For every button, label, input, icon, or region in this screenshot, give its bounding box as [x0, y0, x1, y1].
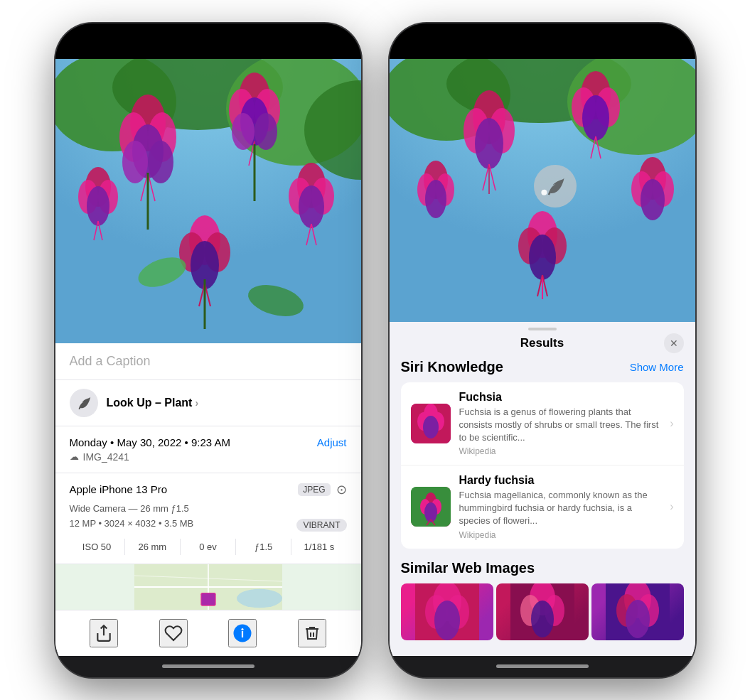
- results-title: Results: [520, 336, 564, 350]
- camera-detail1: Wide Camera — 26 mm ƒ1.5: [70, 503, 347, 514]
- status-bar: [55, 23, 361, 59]
- share-button[interactable]: [90, 619, 118, 647]
- info-button[interactable]: i: [228, 619, 257, 647]
- svg-point-51: [237, 588, 282, 608]
- exif-iso: ISO 50: [70, 539, 125, 555]
- siri-section-header: Siri Knowledge Show More: [401, 359, 684, 375]
- show-more-button[interactable]: Show More: [630, 361, 684, 373]
- svg-point-18: [232, 113, 255, 150]
- lookup-icon: [70, 389, 98, 417]
- trash-button[interactable]: [298, 619, 326, 647]
- hardy-desc: Fuchsia magellanica, commonly known as t…: [459, 489, 665, 528]
- home-indicator: [162, 664, 255, 668]
- map-view[interactable]: [55, 564, 361, 610]
- camera-model: Apple iPhone 13 Pro: [70, 483, 168, 495]
- caption-field[interactable]: Add a Caption: [55, 343, 361, 380]
- svg-point-19: [255, 113, 277, 150]
- lookup-text: Look Up – Plant›: [107, 397, 199, 409]
- photo-filename: ☁ IMG_4241: [70, 451, 347, 463]
- jpeg-badge: JPEG: [298, 483, 330, 496]
- svg-point-85: [529, 235, 556, 280]
- fuchsia-source: Wikipedia: [459, 446, 665, 456]
- right-bottom-bar: [390, 656, 695, 677]
- exif-row: ISO 50 26 mm 0 ev ƒ1.5 1/181 s: [70, 539, 347, 555]
- similar-section: Similar Web Images: [401, 560, 684, 640]
- heart-button[interactable]: [159, 619, 188, 647]
- knowledge-card: Fuchsia Fuchsia is a genus of flowering …: [401, 382, 684, 549]
- similar-images-row: [401, 583, 684, 640]
- svg-point-10: [148, 141, 173, 183]
- bottom-toolbar: i: [55, 610, 361, 656]
- photo-date: Monday • May 30, 2022 • 9:23 AM: [70, 436, 230, 448]
- drag-handle[interactable]: [528, 328, 557, 330]
- exif-ev: 0 ev: [181, 539, 236, 555]
- svg-point-71: [582, 95, 609, 141]
- photo-view[interactable]: [55, 59, 361, 343]
- svg-point-56: [242, 628, 244, 630]
- svg-point-105: [434, 601, 460, 640]
- results-scroll[interactable]: Siri Knowledge Show More: [390, 359, 695, 656]
- hardy-thumbnail: [411, 487, 451, 527]
- svg-rect-53: [201, 593, 215, 605]
- adjust-button[interactable]: Adjust: [317, 436, 347, 448]
- svg-point-25: [87, 186, 109, 226]
- exif-shutter: 1/181 s: [291, 539, 346, 555]
- hardy-chevron: ›: [670, 500, 673, 513]
- similar-image-2[interactable]: [496, 583, 589, 640]
- right-dynamic-island: [500, 29, 585, 53]
- hardy-source: Wikipedia: [459, 530, 665, 540]
- fuchsia-text: Fuchsia Fuchsia is a genus of flowering …: [459, 391, 665, 457]
- hardy-name: Hardy fuchsia: [459, 474, 665, 487]
- exif-mm: 26 mm: [125, 539, 181, 555]
- similar-title: Similar Web Images: [401, 560, 684, 576]
- visual-lookup-dot: [541, 189, 547, 195]
- svg-point-77: [425, 180, 446, 218]
- results-header: Results ✕: [390, 336, 695, 359]
- visual-lookup-button[interactable]: [534, 165, 577, 208]
- bottom-bar: [55, 656, 361, 677]
- lookup-row[interactable]: Look Up – Plant›: [55, 380, 361, 426]
- close-button[interactable]: ✕: [664, 333, 684, 353]
- svg-point-9: [122, 141, 148, 183]
- camera-detail2: 12 MP • 3024 × 4032 • 3.5 MB: [70, 518, 194, 529]
- hardy-text: Hardy fuchsia Fuchsia magellanica, commo…: [459, 474, 665, 540]
- similar-image-3[interactable]: [591, 583, 684, 640]
- svg-point-110: [531, 601, 554, 637]
- right-status-bar: [390, 23, 695, 59]
- meta-section: Monday • May 30, 2022 • 9:23 AM Adjust ☁…: [55, 426, 361, 473]
- dynamic-island: [166, 29, 251, 53]
- fuchsia-name: Fuchsia: [459, 391, 665, 404]
- svg-point-81: [641, 179, 665, 220]
- similar-image-1[interactable]: [401, 583, 493, 640]
- vibrant-badge: VIBRANT: [296, 519, 346, 532]
- svg-point-98: [424, 502, 437, 522]
- camera-section: Apple iPhone 13 Pro JPEG ⊙ Wide Camera —…: [55, 473, 361, 564]
- svg-point-64: [475, 118, 503, 169]
- knowledge-item-hardy[interactable]: Hardy fuchsia Fuchsia magellanica, commo…: [401, 465, 684, 549]
- results-panel: Results ✕ Siri Knowledge Show More: [390, 322, 695, 656]
- fuchsia-chevron: ›: [670, 417, 673, 430]
- left-phone: Add a Caption Look Up – Plant› Monday • …: [55, 23, 361, 677]
- svg-point-31: [299, 185, 324, 228]
- exif-aperture: ƒ1.5: [236, 539, 291, 555]
- svg-point-115: [626, 600, 650, 638]
- fuchsia-desc: Fuchsia is a genus of flowering plants t…: [459, 406, 665, 445]
- right-photo-view[interactable]: [390, 59, 695, 322]
- right-screen: Results ✕ Siri Knowledge Show More: [390, 59, 695, 656]
- knowledge-item-fuchsia[interactable]: Fuchsia Fuchsia is a genus of flowering …: [401, 382, 684, 466]
- left-screen: Add a Caption Look Up – Plant› Monday • …: [55, 59, 361, 656]
- right-home-indicator: [496, 664, 589, 668]
- fuchsia-thumbnail: [411, 404, 451, 443]
- right-phone: Results ✕ Siri Knowledge Show More: [390, 23, 695, 677]
- siri-knowledge-title: Siri Knowledge: [401, 359, 503, 375]
- svg-point-93: [423, 416, 439, 438]
